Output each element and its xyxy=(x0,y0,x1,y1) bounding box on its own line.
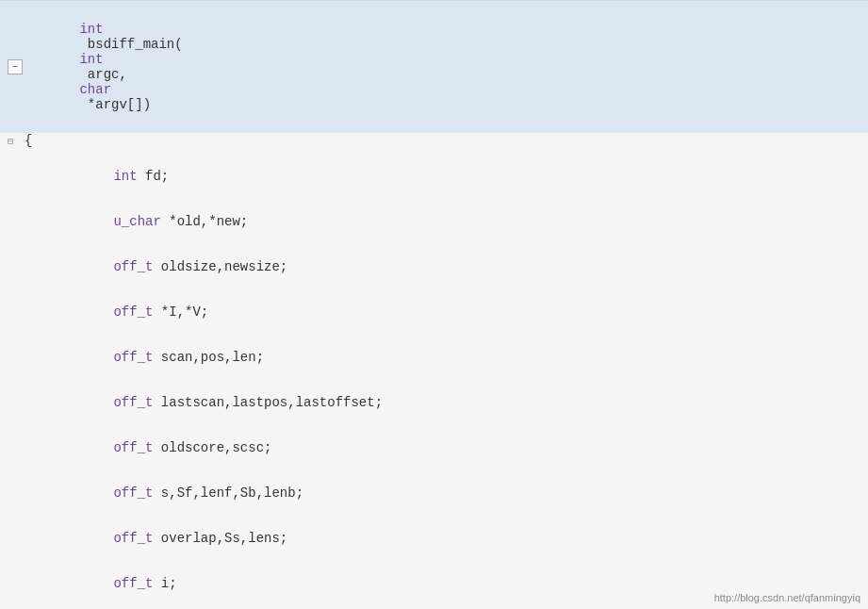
collapse-icon: ⊟ xyxy=(8,136,13,147)
gutter-collapse[interactable]: ⊟ xyxy=(0,136,21,147)
kw-int: int xyxy=(113,169,137,184)
decl-iv: off_t *I,*V; xyxy=(21,289,868,335)
line-off-lastscan: off_t lastscan,lastpos,lastoffset; xyxy=(0,380,868,425)
line-uchar-old: u_char *old,*new; xyxy=(0,199,868,244)
decl-lastscan: off_t lastscan,lastpos,lastoffset; xyxy=(21,380,868,425)
param-argc: argc, xyxy=(79,67,126,82)
type-uchar: u_char xyxy=(113,214,160,229)
line-off-oldsize: off_t oldsize,newsize; xyxy=(0,244,868,289)
type-offt8: off_t xyxy=(113,576,153,591)
int-keyword: int xyxy=(79,22,103,37)
line-off-oldscore: off_t oldscore,scsc; xyxy=(0,425,868,470)
decl-old-new: u_char *old,*new; xyxy=(21,199,868,244)
type-offt3: off_t xyxy=(113,350,153,365)
function-header: − int bsdiff_main( int argc, char *argv[… xyxy=(0,0,868,133)
decl-fd: int fd; xyxy=(21,154,868,199)
param-argv: *argv[]) xyxy=(79,97,151,112)
collapse-button[interactable]: − xyxy=(8,59,23,74)
watermark-url: http://blog.csdn.net/qfanmingyiq xyxy=(714,592,860,603)
line-int-fd: int fd; xyxy=(0,154,868,199)
line-off-scan: off_t scan,pos,len; xyxy=(0,335,868,380)
decl-scan: off_t scan,pos,len; xyxy=(21,335,868,380)
type-offt6: off_t xyxy=(113,486,153,501)
brace-open-line: ⊟ { xyxy=(0,133,868,154)
param-type-char: char xyxy=(79,82,111,97)
type-offt5: off_t xyxy=(113,440,153,455)
type-offt2: off_t xyxy=(113,304,153,320)
decl-oldsize: off_t oldsize,newsize; xyxy=(21,244,868,289)
open-brace: { xyxy=(21,133,868,148)
decl-overlap: off_t overlap,Ss,lens; xyxy=(21,516,868,561)
function-name: bsdiff_main( xyxy=(79,37,182,52)
decl-s-sf: off_t s,Sf,lenf,Sb,lenb; xyxy=(21,470,868,516)
decl-oldscore: off_t oldscore,scsc; xyxy=(21,425,868,470)
type-offt4: off_t xyxy=(113,395,153,410)
line-off-iv: off_t *I,*V; xyxy=(0,289,868,335)
type-offt1: off_t xyxy=(113,259,153,274)
line-off-s: off_t s,Sf,lenf,Sb,lenb; xyxy=(0,470,868,516)
param-type-int: int xyxy=(79,52,103,67)
type-offt7: off_t xyxy=(113,531,153,546)
line-off-overlap: off_t overlap,Ss,lens; xyxy=(0,516,868,561)
function-signature: int bsdiff_main( int argc, char *argv[]) xyxy=(28,7,868,127)
decl-fd-rest: fd; xyxy=(138,169,170,184)
code-editor: − int bsdiff_main( int argc, char *argv[… xyxy=(0,0,868,609)
